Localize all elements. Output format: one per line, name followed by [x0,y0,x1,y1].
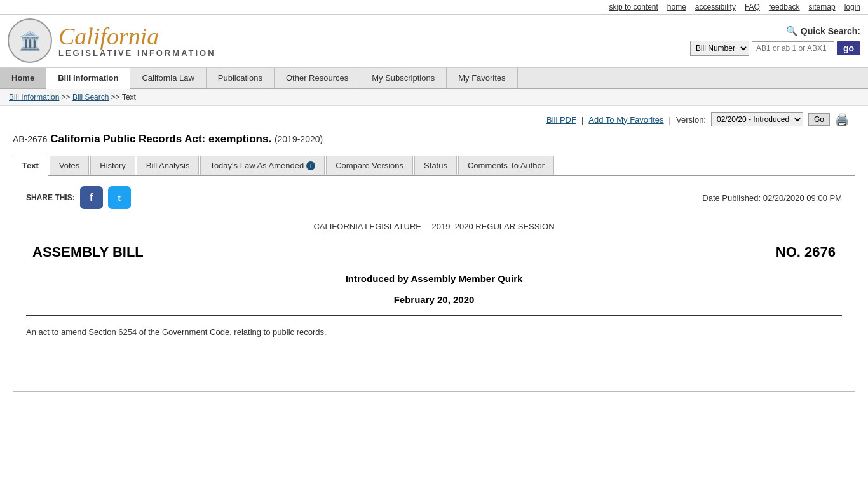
bill-number: NO. 2676 [776,244,836,261]
logo-area: 🏛️ California Legislative Information [8,18,216,63]
content-tabs: Text Votes History Bill Analysis Today's… [13,156,855,176]
breadcrumb: Bill Information >> Bill Search >> Text [0,89,868,106]
breadcrumb-sep-2: >> [111,93,122,102]
main-content: Bill PDF | Add To My Favorites | Version… [0,106,868,398]
search-go-button[interactable]: go [837,41,860,55]
tab-text[interactable]: Text [13,156,48,176]
logo-text: California Legislative Information [58,24,216,58]
breadcrumb-sep-1: >> [62,93,72,102]
tab-history[interactable]: History [90,156,135,175]
tab-comments-to-author[interactable]: Comments To Author [458,156,554,175]
breadcrumb-bill-information[interactable]: Bill Information [9,93,59,102]
site-header: 🏛️ California Legislative Information 🔍 … [0,15,868,68]
date-published: Date Published: 02/20/2020 09:00 PM [702,193,842,203]
nav-bar: Home Bill Information California Law Pub… [0,68,868,89]
tab-bill-analysis[interactable]: Bill Analysis [137,156,200,175]
tab-info-icon: i [306,161,315,170]
bill-pdf-link[interactable]: Bill PDF [546,115,576,125]
nav-california-law[interactable]: California Law [130,68,206,88]
search-type-select[interactable]: Bill Number Statute Chapter [690,41,749,56]
tab-votes[interactable]: Votes [50,156,90,175]
nav-my-subscriptions[interactable]: My Subscriptions [360,68,447,88]
facebook-share-button[interactable]: f [80,186,103,209]
tab-compare-versions[interactable]: Compare Versions [326,156,413,175]
bill-divider [26,315,842,316]
share-row: SHARE THIS: f t Date Published: 02/20/20… [26,186,842,209]
search-input[interactable] [752,41,834,55]
bill-content-area: SHARE THIS: f t Date Published: 02/20/20… [13,176,855,392]
introduced-by: Introduced by Assembly Member Quirk [26,273,842,284]
nav-bill-information[interactable]: Bill Information [46,68,130,89]
facebook-icon: f [90,192,93,203]
share-label: SHARE THIS: [26,193,75,202]
version-label: Version: [676,115,706,125]
tab-status[interactable]: Status [414,156,457,175]
login-link[interactable]: login [844,3,860,11]
separator-1: | [581,115,583,125]
bill-id: AB-2676 [13,134,47,144]
tab-todays-law[interactable]: Today's Law As Amended i [200,156,325,175]
add-to-favorites-link[interactable]: Add To My Favorites [588,115,663,125]
skip-to-content-link[interactable]: skip to content [609,3,658,11]
california-wordmark: California [58,24,216,48]
breadcrumb-bill-search[interactable]: Bill Search [72,93,109,102]
quick-search-label: 🔍 Quick Search: [786,25,860,37]
feedback-link[interactable]: feedback [769,3,800,11]
nav-other-resources[interactable]: Other Resources [275,68,360,88]
breadcrumb-text: Text [122,93,136,102]
sitemap-link[interactable]: sitemap [809,3,836,11]
twitter-share-button[interactable]: t [108,186,131,209]
share-left: SHARE THIS: f t [26,186,131,209]
capitol-logo: 🏛️ [8,18,52,63]
version-select[interactable]: 02/20/20 - Introduced [711,112,803,126]
bill-actions-row: Bill PDF | Add To My Favorites | Version… [13,112,855,126]
nav-my-favorites[interactable]: My Favorites [447,68,517,88]
bill-date: February 20, 2020 [26,294,842,305]
nav-publications[interactable]: Publications [207,68,275,88]
bill-session-header: CALIFORNIA LEGISLATURE— 2019–2020 REGULA… [26,222,842,231]
nav-home[interactable]: Home [0,68,46,88]
legislative-information-subtitle: Legislative Information [58,48,216,58]
version-go-button[interactable]: Go [808,113,830,126]
search-icon: 🔍 [786,25,798,37]
bill-doc-header: ASSEMBLY BILL NO. 2676 [26,244,842,261]
quick-search-area: 🔍 Quick Search: Bill Number Statute Chap… [690,25,860,56]
twitter-icon: t [118,193,121,203]
bill-title: AB-2676 California Public Records Act: e… [13,133,855,146]
home-top-link[interactable]: home [667,3,686,11]
print-icon[interactable]: 🖨️ [835,112,849,126]
separator-2: | [669,115,671,125]
assembly-bill-label: ASSEMBLY BILL [32,244,144,261]
quick-search-row: Bill Number Statute Chapter go [690,41,860,56]
faq-link[interactable]: FAQ [745,3,760,11]
accessibility-link[interactable]: accessibility [695,3,736,11]
bill-description: An act to amend Section 6254 of the Gove… [26,326,842,339]
top-utility-bar: skip to content home accessibility FAQ f… [0,0,868,15]
